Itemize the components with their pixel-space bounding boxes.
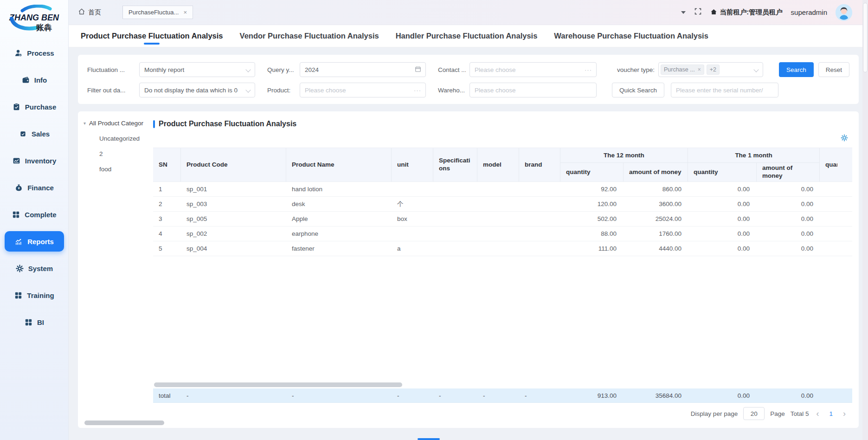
reset-button[interactable]: Reset — [818, 62, 849, 77]
category-tree: ▾ All Product Categor Uncategorized 2 fo… — [84, 118, 153, 424]
col-header-quantity-12m: quantity — [560, 163, 623, 181]
tab-warehouse-purchase-fluctuation[interactable]: Warehouse Purchase Fluctuation Analysis — [554, 25, 708, 47]
col-header-clipped: quantity — [820, 148, 837, 181]
chevron-down-icon[interactable] — [681, 11, 686, 14]
quick-search-button[interactable]: Quick Search — [612, 83, 664, 97]
sidebar-item-process[interactable]: Process — [5, 43, 64, 63]
cell-spec — [433, 241, 477, 256]
sidebar-item-finance[interactable]: ¥ Finance — [5, 177, 64, 198]
total-clipped — [820, 388, 837, 402]
tree-item-uncategorized[interactable]: Uncategorized — [84, 135, 153, 142]
sidebar-item-training[interactable]: Training — [5, 285, 64, 305]
column-settings-gear-icon[interactable] — [840, 134, 849, 144]
cell-name: Apple — [286, 212, 392, 226]
chart-line-icon — [12, 156, 21, 165]
filter-row2-right: Quick Search Please enter the serial num… — [612, 83, 778, 97]
ellipsis-icon: ··· — [414, 87, 421, 94]
cell-brand — [519, 241, 560, 256]
home-outline-icon — [78, 8, 85, 17]
group-header-1-month: The 1 month — [688, 148, 819, 163]
next-page-icon[interactable]: › — [841, 409, 848, 419]
page-label: Page — [770, 410, 785, 417]
sidebar-item-sales[interactable]: Sales — [5, 123, 64, 144]
scrollbar-thumb[interactable] — [154, 382, 402, 387]
query-year-input[interactable]: 2024 — [300, 62, 426, 77]
panel-horizontal-scrollbar[interactable] — [84, 421, 164, 425]
current-page[interactable]: 1 — [826, 410, 836, 417]
sidebar-item-reports[interactable]: Reports — [5, 231, 64, 252]
warehouse-select[interactable]: Please choose — [469, 83, 597, 97]
username[interactable]: superadmin — [791, 8, 827, 16]
tab-handler-purchase-fluctuation[interactable]: Handler Purchase Fluctuation Analysis — [396, 25, 538, 47]
route-tab-purchase-fluctuation[interactable]: PurchaseFluctua... × — [122, 6, 193, 19]
total-label: total — [153, 388, 181, 402]
sidebar-item-complete[interactable]: Complete — [5, 204, 64, 225]
cell-quantity-12m: 88.00 — [560, 226, 623, 241]
table-empty-space — [153, 256, 852, 382]
contact-placeholder: Please choose — [475, 66, 516, 73]
contact-select[interactable]: Please choose ··· — [469, 62, 597, 77]
tree-item-food[interactable]: food — [84, 166, 153, 173]
sidebar-item-label: System — [28, 265, 53, 272]
sidebar-item-inventory[interactable]: Inventory — [5, 150, 64, 171]
close-icon[interactable]: × — [698, 66, 701, 73]
cell-quantity-12m: 502.00 — [560, 212, 623, 226]
product-label: Product: — [267, 87, 296, 94]
sidebar-item-bi[interactable]: BI — [5, 312, 64, 332]
filter-zero-select[interactable]: Do not display the data which is 0 — [139, 83, 255, 97]
tree-root-all-product-categories[interactable]: ▾ All Product Categor — [84, 120, 153, 127]
product-select[interactable]: Please choose ··· — [300, 83, 426, 97]
tree-item-2[interactable]: 2 — [84, 150, 153, 157]
cell-model — [477, 182, 519, 196]
page-vertical-scrollbar[interactable] — [862, 0, 868, 440]
home-nav[interactable]: 首页 — [78, 8, 101, 17]
total-dash: - — [392, 388, 433, 402]
page-title: Product Purchase Fluctuation Analysis — [153, 118, 852, 130]
voucher-type-label: voucher type: — [617, 66, 655, 73]
sidebar-item-label: Process — [27, 49, 54, 57]
contact-field: Contact ... Please choose ··· — [438, 62, 597, 77]
total-dash: - — [433, 388, 477, 402]
close-icon[interactable]: × — [183, 9, 187, 15]
avatar[interactable] — [836, 4, 852, 21]
table-header: SN Product Code Product Name unit Specif… — [153, 148, 852, 182]
app-root: ZHANG BEN 账犇 Process Info Purchase — [0, 0, 868, 440]
total-count-label: Total 5 — [791, 410, 809, 417]
cell-amount-12m: 860.00 — [623, 182, 688, 196]
bottom-scroll-indicator — [418, 438, 440, 440]
tenant-info[interactable]: 当前租户:管理员租户 — [710, 8, 782, 17]
sidebar-item-purchase[interactable]: Purchase — [5, 97, 64, 117]
tree-root-label: All Product Categor — [89, 120, 143, 127]
fluctuation-type-select[interactable]: Monthly report — [139, 62, 255, 77]
fullscreen-icon[interactable] — [694, 7, 702, 17]
sidebar-item-label: Inventory — [25, 157, 57, 165]
cell-clipped — [820, 226, 837, 241]
sidebar: ZHANG BEN 账犇 Process Info Purchase — [0, 0, 69, 440]
cell-sn: 4 — [153, 226, 181, 241]
scrollbar-thumb[interactable] — [863, 3, 868, 72]
query-year-label: Query y... — [267, 66, 296, 73]
tab-vendor-purchase-fluctuation[interactable]: Vendor Purchase Fluctuation Analysis — [240, 25, 379, 47]
voucher-type-multiselect[interactable]: Purchase ... × +2 — [658, 62, 763, 77]
cell-amount-1m: 0.00 — [756, 226, 820, 241]
product-placeholder: Please choose — [305, 87, 346, 94]
cell-sn: 2 — [153, 197, 181, 211]
page-size-select[interactable]: 20 — [743, 407, 765, 420]
serial-number-input[interactable]: Please enter the serial number/ — [671, 83, 778, 97]
sidebar-item-info[interactable]: Info — [5, 70, 64, 90]
col-header-model: model — [477, 148, 519, 181]
cell-name: hand lotion — [286, 182, 392, 196]
voucher-tag: Purchase ... × — [661, 65, 704, 75]
prev-page-icon[interactable]: ‹ — [814, 409, 821, 419]
sidebar-item-system[interactable]: System — [5, 258, 64, 278]
search-button[interactable]: Search — [779, 62, 814, 77]
cell-code: sp_005 — [181, 212, 286, 226]
cell-brand — [519, 226, 560, 241]
table-row: 5 sp_004 fastener a 111.00 4440.00 0.00 … — [153, 241, 852, 256]
report-panel: ▾ All Product Categor Uncategorized 2 fo… — [78, 111, 859, 428]
logo-text-sub: 账犇 — [36, 23, 52, 32]
cell-sn: 1 — [153, 182, 181, 196]
sidebar-item-label: Info — [34, 76, 47, 84]
cell-clipped — [820, 182, 837, 196]
tab-product-purchase-fluctuation[interactable]: Product Purchase Fluctuation Analysis — [81, 25, 223, 47]
